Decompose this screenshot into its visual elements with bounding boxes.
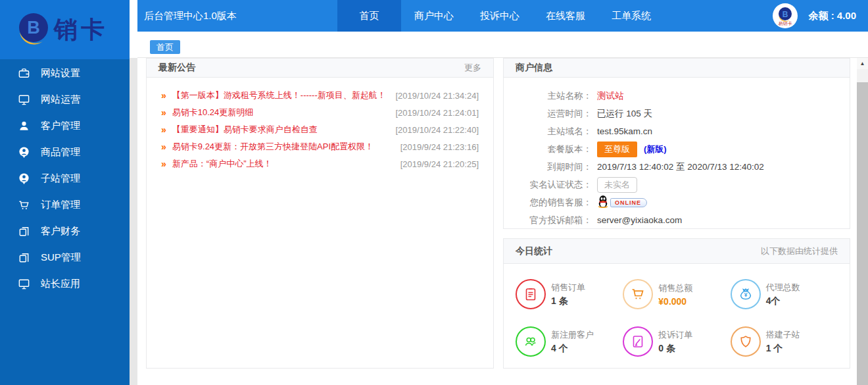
field-label: 套餐版本： — [504, 143, 592, 155]
cart-icon — [18, 199, 30, 211]
announcement-text: 易销卡9.24更新：开放第三方快捷登陆API配置权限！ — [172, 141, 374, 153]
sidebar-item-label: 子站管理 — [41, 172, 80, 185]
sidebar-item-order-management[interactable]: 订单管理 — [0, 192, 130, 218]
field-value: test.95kam.cn — [597, 126, 652, 136]
nav-tab-ticket-system[interactable]: 工单系统 — [598, 0, 664, 32]
sidebar-item-label: 客户管理 — [41, 120, 80, 132]
sidebar-item-customer-management[interactable]: 客户管理 — [0, 113, 130, 139]
nav-tab-complaint-center[interactable]: 投诉中心 — [467, 0, 533, 32]
user-pin-icon — [18, 172, 30, 185]
user-pin-icon — [18, 146, 30, 159]
copy-icon — [18, 251, 30, 264]
qq-penguin-icon — [597, 195, 609, 210]
topbar-right: B 易销卡 余额 : 4.00 — [773, 0, 856, 32]
top-nav: 首页 商户中心 投诉中心 在线客服 工单系统 — [337, 0, 664, 32]
stat-value: 1 个 — [766, 343, 800, 355]
topbar: 后台管理中心1.0版本 首页 商户中心 投诉中心 在线客服 工单系统 B 易销卡… — [137, 0, 868, 32]
brand-logo-icon: B — [16, 11, 51, 49]
field-site-name: 主站名称： 测试站 — [504, 87, 850, 105]
announcement-date: [2019/10/24 21:24:01] — [389, 108, 479, 118]
announcement-item[interactable]: » 易销卡10.24更新明细 [2019/10/24 21:24:01] — [161, 104, 479, 121]
announcement-list: » 【第一版本】游戏租号系统上线！------新项目、新起航！ [2019/10… — [147, 78, 493, 172]
sidebar-item-label: 网站运营 — [41, 93, 80, 106]
stats-source-note: 以下数据由统计提供 — [761, 245, 838, 257]
scroll-up-arrow-icon[interactable]: ▲ — [857, 58, 868, 69]
qq-contact-button[interactable]: ONLINE — [597, 195, 647, 210]
nav-tab-merchant-center[interactable]: 商户中心 — [401, 0, 467, 32]
sidebar-item-site-settings[interactable]: 网站设置 — [0, 60, 130, 86]
announcement-item[interactable]: » 【重要通知】易销卡要求商户自检自查 [2019/10/24 21:22:40… — [161, 121, 479, 138]
monitor-icon — [18, 93, 30, 106]
new-version-link[interactable]: (新版) — [644, 143, 667, 155]
clipboard-icon — [516, 279, 546, 309]
scrollbar-thumb[interactable] — [857, 82, 868, 385]
field-complaint-email: 官方投诉邮箱： server@yixiaoka.com — [504, 211, 850, 229]
sidebar-item-site-operation[interactable]: 网站运营 — [0, 86, 130, 113]
field-value: 测试站 — [597, 90, 624, 102]
announcement-date: [2019/9/24 21:23:16] — [394, 142, 479, 152]
stat-value: ¥0.000 — [658, 296, 692, 307]
announcement-item[interactable]: » 新产品：“商户中心”上线！ [2019/9/24 21:20:25] — [161, 155, 479, 172]
field-expiry: 到期时间： 2019/7/13 12:40:02 至 2020/7/13 12:… — [504, 158, 850, 176]
announcement-item[interactable]: » 易销卡9.24更新：开放第三方快捷登陆API配置权限！ [2019/9/24… — [161, 138, 479, 155]
stat-label: 代理总数 — [766, 282, 800, 294]
balance-label: 余额 : 4.00 — [808, 10, 856, 22]
sidebar-item-label: 客户财务 — [41, 225, 80, 238]
shield-icon — [731, 326, 761, 357]
announcement-date: [2019/10/24 21:22:40] — [389, 125, 479, 135]
announcement-date: [2019/10/24 21:34:24] — [389, 91, 479, 101]
field-label: 实名认证状态： — [504, 179, 592, 191]
moneybag-icon: ¥ — [731, 279, 761, 309]
sidebar-item-sup-management[interactable]: SUP管理 — [0, 244, 130, 270]
online-status-badge: ONLINE — [610, 198, 647, 207]
breadcrumb[interactable]: 首页 — [150, 40, 180, 54]
announcement-item[interactable]: » 【第一版本】游戏租号系统上线！------新项目、新起航！ [2019/10… — [161, 87, 479, 104]
logo[interactable]: B 销卡 — [0, 0, 130, 59]
stat-label: 投诉订单 — [658, 329, 692, 341]
sidebar-item-substation-management[interactable]: 子站管理 — [0, 165, 130, 192]
field-label: 主站名称： — [504, 90, 592, 102]
svg-text:B: B — [27, 18, 40, 38]
stat-complaint-orders: 投诉订单 0 条 — [623, 323, 730, 360]
field-label: 运营时间： — [504, 108, 592, 120]
sidebar-item-product-management[interactable]: 商品管理 — [0, 139, 130, 165]
field-label: 官方投诉邮箱： — [504, 215, 592, 226]
sidebar-item-webmaster-apps[interactable]: 站长应用 — [0, 270, 130, 297]
field-label: 主站域名： — [504, 126, 592, 138]
announcement-text: 易销卡10.24更新明细 — [172, 107, 254, 118]
nav-tab-home[interactable]: 首页 — [337, 0, 401, 32]
copy-icon — [18, 225, 30, 238]
double-chevron-icon: » — [161, 90, 166, 101]
svg-text:易销卡: 易销卡 — [779, 21, 792, 26]
double-chevron-icon: » — [161, 159, 166, 169]
sidebar-item-label: 站长应用 — [41, 278, 80, 290]
nav-tab-online-service[interactable]: 在线客服 — [533, 0, 598, 32]
stat-value: 4 个 — [551, 343, 594, 355]
today-stats-header: 今日统计 以下数据由统计提供 — [504, 239, 850, 264]
sidebar-item-label: 商品管理 — [41, 146, 80, 159]
announcement-text: 【第一版本】游戏租号系统上线！------新项目、新起航！ — [172, 90, 386, 101]
user-icon — [18, 120, 30, 132]
vertical-scrollbar[interactable]: ▲ — [857, 58, 868, 385]
realname-status-chip[interactable]: 未实名 — [597, 177, 637, 193]
stat-sales-total: 销售总额 ¥0.000 — [623, 276, 730, 313]
stat-substations: 搭建子站 1 个 — [731, 323, 838, 360]
sidebar-item-label: 订单管理 — [41, 199, 80, 211]
sidebar-item-label: 网站设置 — [41, 67, 80, 80]
field-operation-time: 运营时间： 已运行 105 天 — [504, 105, 850, 122]
merchant-info-header: 商户信息 — [504, 59, 850, 78]
field-sales-service: 您的销售客服： — [504, 193, 850, 211]
field-label: 到期时间： — [504, 161, 592, 173]
announcements-panel: 最新公告 更多 » 【第一版本】游戏租号系统上线！------新项目、新起航！ … — [146, 58, 494, 369]
more-link[interactable]: 更多 — [464, 62, 481, 74]
announcements-title: 最新公告 — [158, 62, 195, 74]
announcement-date: [2019/9/24 21:20:25] — [394, 159, 479, 169]
sidebar-item-customer-finance[interactable]: 客户财务 — [0, 218, 130, 244]
package-version-button[interactable]: 至尊版 — [597, 141, 637, 157]
stat-label: 搭建子站 — [766, 329, 800, 341]
double-chevron-icon: » — [161, 141, 166, 152]
brand-badge-icon[interactable]: B 易销卡 — [773, 3, 798, 28]
stat-agent-count: ¥ 代理总数 4个 — [731, 276, 838, 313]
announcement-text: 【重要通知】易销卡要求商户自检自查 — [172, 124, 318, 136]
sidebar-menu: 网站设置 网站运营 客户管理 商品管理 子站管理 — [0, 59, 130, 297]
